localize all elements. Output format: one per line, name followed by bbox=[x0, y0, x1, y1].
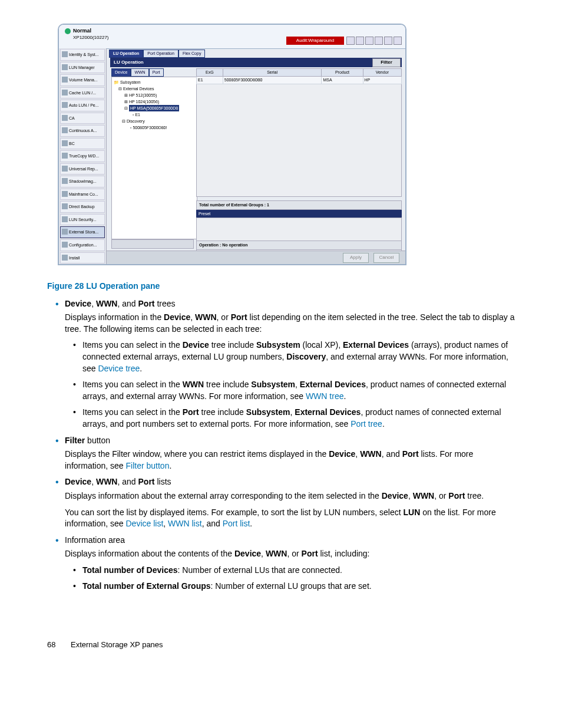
list-item: Device, WWN, and Port trees Displays inf… bbox=[47, 298, 515, 430]
col-header[interactable]: ExG bbox=[197, 69, 223, 77]
sidebar-icon bbox=[62, 77, 68, 83]
toolbar-button-1[interactable] bbox=[346, 37, 355, 45]
cell[interactable]: E1 bbox=[197, 76, 223, 84]
preset-bar: Preset bbox=[196, 210, 402, 218]
cell[interactable]: MSA bbox=[322, 76, 363, 84]
paragraph: You can sort the list by displayed items… bbox=[65, 507, 515, 530]
paragraph: Displays information about the external … bbox=[65, 490, 515, 502]
tree-leaf[interactable]: ▫ 500805F3000D80! bbox=[114, 124, 195, 131]
link-wwn-tree[interactable]: WWN tree bbox=[306, 391, 344, 401]
panel-title: LU Operation bbox=[114, 60, 144, 65]
tree-root[interactable]: 📁 Subsystem bbox=[114, 79, 195, 85]
sidebar-item[interactable]: Install bbox=[60, 252, 105, 264]
audit-badge: Audit:Wraparound bbox=[286, 37, 344, 45]
sidebar-item[interactable]: Direct Backup bbox=[60, 201, 105, 213]
sidebar-icon bbox=[62, 127, 68, 133]
panel-title-bar: LU Operation Filter bbox=[110, 58, 402, 67]
link-port-tree[interactable]: Port tree bbox=[351, 419, 382, 429]
link-filter-button[interactable]: Filter button bbox=[126, 461, 170, 470]
link-wwn-list[interactable]: WWN list bbox=[168, 519, 202, 528]
sidebar-item[interactable]: Cache LUN /... bbox=[60, 87, 105, 99]
sidebar-icon bbox=[62, 102, 68, 108]
sidebar-icon bbox=[62, 242, 68, 248]
sidebar-item[interactable]: BC bbox=[60, 138, 105, 150]
status-text: Normal bbox=[73, 28, 91, 34]
list-item: Items you can select in the WWN tree inc… bbox=[65, 379, 515, 402]
toolbar-button-2[interactable] bbox=[356, 37, 364, 45]
link-device-tree[interactable]: Device tree bbox=[98, 364, 140, 373]
info-line: Total number of External Groups : 1 bbox=[196, 200, 402, 210]
page-footer: 68External Storage XP panes bbox=[47, 640, 515, 650]
toolbar-button-5[interactable] bbox=[384, 37, 392, 45]
sidebar-icon bbox=[62, 64, 68, 70]
sidebar-item[interactable]: Identity & Syst... bbox=[60, 49, 105, 61]
toolbar-button-3[interactable] bbox=[365, 37, 373, 45]
paragraph: Displays the Filter window, where you ca… bbox=[65, 449, 515, 472]
sub-list: Total number of Devices: Number of exter… bbox=[65, 565, 515, 592]
table-empty-area bbox=[196, 84, 402, 197]
paragraph: Displays information about the contents … bbox=[65, 548, 515, 560]
sidebar-item[interactable]: Universal Rep... bbox=[60, 163, 105, 175]
sidebar-item[interactable]: CA bbox=[60, 113, 105, 124]
tree-item-selected[interactable]: ⊟ HP MSA(500805F3000D8 bbox=[114, 105, 195, 111]
sidebar-item[interactable]: Auto LUN / Pe... bbox=[60, 100, 105, 111]
lu-operation-screenshot: Normal XP12000(10227) Audit:Wraparound I… bbox=[58, 24, 406, 265]
tree-scrollbar[interactable] bbox=[111, 239, 194, 249]
sidebar-icon bbox=[62, 166, 68, 172]
toolbar-button-4[interactable] bbox=[375, 37, 383, 45]
array-id: XP12000(10227) bbox=[73, 34, 109, 41]
main-panel: LU OperationPort OperationFlex Copy LU O… bbox=[107, 48, 405, 264]
list-item: Total number of Devices: Number of exter… bbox=[65, 565, 515, 577]
tree-external-devices[interactable]: ⊟ External Devices bbox=[114, 85, 195, 92]
tree-tab[interactable]: Device bbox=[111, 68, 131, 77]
sidebar-icon bbox=[62, 115, 68, 121]
top-list: Device, WWN, and Port trees Displays inf… bbox=[47, 298, 515, 592]
main-tab[interactable]: Port Operation bbox=[143, 50, 178, 58]
main-tab[interactable]: Flex Copy bbox=[178, 50, 206, 58]
sidebar-item[interactable]: Volume Mana... bbox=[60, 74, 105, 86]
sidebar-item[interactable]: ShadowImag... bbox=[60, 176, 105, 187]
sidebar-item[interactable]: External Stora... bbox=[60, 226, 105, 238]
main-tab[interactable]: LU Operation bbox=[109, 50, 143, 58]
window-titlebar: Normal XP12000(10227) Audit:Wraparound bbox=[59, 25, 405, 49]
toolbar-button-6[interactable] bbox=[394, 37, 402, 45]
tree-tab[interactable]: Port bbox=[149, 68, 164, 77]
apply-button[interactable]: Apply bbox=[343, 253, 369, 263]
tree-item[interactable]: ⊞ HP 1024(10056) bbox=[114, 98, 195, 105]
cell[interactable]: HP bbox=[363, 76, 401, 84]
link-port-list[interactable]: Port list bbox=[223, 519, 250, 528]
cancel-button[interactable]: Cancel bbox=[373, 253, 399, 263]
tree-item[interactable]: ⊞ HP 512(30055) bbox=[114, 92, 195, 98]
list-item: Items you can select in the Port tree in… bbox=[65, 407, 515, 430]
sidebar-icon bbox=[62, 216, 68, 222]
sidebar-item[interactable]: Continuous A... bbox=[60, 125, 105, 137]
device-tree[interactable]: 📁 Subsystem ⊟ External Devices ⊞ HP 512(… bbox=[111, 77, 197, 239]
tree-leaf[interactable]: ▫ E1 bbox=[114, 111, 195, 118]
sidebar-icon bbox=[62, 153, 68, 159]
sidebar-item[interactable]: TrueCopy M/D... bbox=[60, 150, 105, 162]
col-header[interactable]: Vendor bbox=[363, 69, 401, 77]
list-item: Information area Displays information ab… bbox=[47, 535, 515, 592]
sidebar-icon bbox=[62, 140, 68, 146]
sidebar-item[interactable]: LUN Security... bbox=[60, 214, 105, 226]
figure-caption: Figure 28 LU Operation pane bbox=[47, 281, 515, 292]
cell[interactable]: 500805F3000D80B0 bbox=[223, 76, 322, 84]
col-header[interactable]: Serial bbox=[223, 69, 322, 77]
sidebar-icon bbox=[62, 178, 68, 184]
col-header[interactable]: Product bbox=[322, 69, 363, 77]
tree-discovery[interactable]: ⊟ Discovery bbox=[114, 118, 195, 124]
sidebar-item[interactable]: LUN Manager bbox=[60, 62, 105, 74]
filter-button[interactable]: Filter bbox=[372, 58, 401, 67]
sidebar-icon bbox=[62, 90, 68, 95]
sidebar-icon bbox=[62, 51, 68, 57]
window-toolbar bbox=[346, 37, 402, 45]
link-device-list[interactable]: Device list bbox=[126, 519, 164, 528]
tree-tab[interactable]: WWN bbox=[131, 68, 148, 77]
sidebar-item[interactable]: Configuration... bbox=[60, 239, 105, 251]
device-table[interactable]: ExGSerialProductVendor E1500805F3000D80B… bbox=[196, 68, 402, 84]
device-list-area: ExGSerialProductVendor E1500805F3000D80B… bbox=[196, 68, 402, 197]
status-indicator: Normal bbox=[65, 27, 91, 35]
bottom-bar: Apply Cancel bbox=[107, 251, 405, 264]
sidebar-item[interactable]: Mainframe Co... bbox=[60, 189, 105, 200]
footer-text: External Storage XP panes bbox=[71, 640, 163, 649]
